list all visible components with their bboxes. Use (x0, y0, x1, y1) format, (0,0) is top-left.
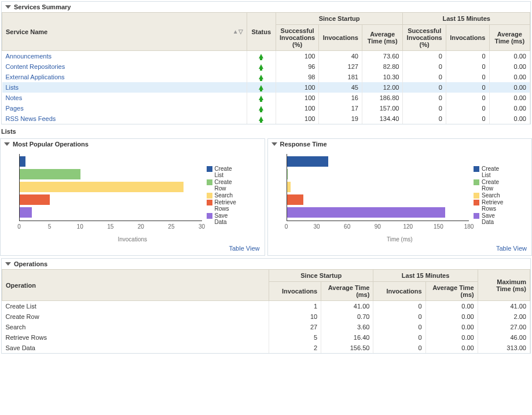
legend-swatch-icon (207, 213, 212, 219)
chart-bar (287, 169, 288, 179)
col-op-avg-2[interactable]: Average Time (ms) (425, 282, 478, 301)
table-row[interactable]: Lists1004512.00000.00 (2, 82, 530, 93)
services-summary-section: Services Summary Service Name ▲▽ Status … (1, 1, 531, 124)
axis-title: Time (ms) (268, 236, 532, 243)
col-avg-time-1[interactable]: Average Time (ms) (362, 25, 402, 51)
col-invocations-1[interactable]: Invocations (319, 25, 362, 51)
response-time-panel: Response Time 0306090120150180 CreateLis… (267, 138, 533, 256)
legend-item: SaveData (474, 212, 527, 225)
chart-bar (287, 182, 291, 192)
legend-label: SaveData (482, 212, 495, 225)
popular-ops-header: Most Popular Operations (1, 139, 265, 149)
axis-tick: 25 (168, 223, 174, 230)
legend-label: CreateRow (482, 179, 499, 192)
service-link[interactable]: Pages (6, 105, 24, 112)
legend: CreateListCreateRowSearchRetrieveRowsSav… (471, 154, 529, 235)
operations-table: Operation Since Startup Last 15 Minutes … (2, 269, 530, 353)
service-link[interactable]: Lists (6, 84, 19, 91)
legend-label: CreateRow (215, 179, 232, 192)
table-row[interactable]: Save Data2156.5000.00313.00 (2, 343, 530, 353)
axis-tick: 180 (464, 223, 474, 230)
axis-tick: 20 (138, 223, 144, 230)
op-name: Retrieve Rows (2, 332, 269, 343)
axis-tick: 60 (344, 223, 350, 230)
legend-item: CreateList (207, 166, 260, 178)
col-op-avg-1[interactable]: Average Time (ms) (321, 282, 373, 301)
legend-label: SaveData (215, 212, 228, 225)
lists-subtitle: Lists (0, 126, 532, 137)
status-up-icon (259, 116, 263, 121)
legend-swatch-icon (207, 200, 212, 205)
col-invocations-2[interactable]: Invocations (446, 25, 489, 51)
legend-swatch-icon (474, 200, 479, 205)
legend-swatch-icon (207, 193, 212, 199)
axis-tick: 30 (314, 223, 320, 230)
status-up-icon (259, 96, 263, 100)
services-summary-title: Services Summary (14, 3, 71, 10)
op-name: Search (2, 322, 269, 332)
service-link[interactable]: Notes (6, 94, 23, 101)
table-view-link[interactable]: Table View (496, 245, 527, 252)
col-last-15: Last 15 Minutes (373, 270, 478, 282)
table-row[interactable]: External Applications9818110.30000.00 (2, 72, 530, 82)
popular-ops-chart: 051015202530 (5, 154, 204, 235)
legend-swatch-icon (207, 179, 212, 185)
table-row[interactable]: Announcements1004073.60000.00 (2, 51, 530, 62)
op-name: Save Data (2, 343, 269, 353)
services-table: Service Name ▲▽ Status Since Startup Las… (2, 12, 530, 124)
col-avg-time-2[interactable]: Average Time (ms) (489, 25, 530, 51)
axis-tick: 90 (375, 223, 381, 230)
op-name: Create List (2, 301, 269, 312)
legend-label: RetrieveRows (215, 199, 236, 212)
legend-item: RetrieveRows (207, 199, 260, 212)
disclosure-icon[interactable] (5, 262, 11, 266)
axis-tick: 120 (403, 223, 413, 230)
col-max-time[interactable]: Maximum Time (ms) (478, 270, 530, 301)
popular-ops-title: Most Popular Operations (13, 141, 89, 148)
table-row[interactable]: Create Row100.7000.002.00 (2, 311, 530, 322)
table-row[interactable]: Content Repositories9612782.80000.00 (2, 61, 530, 72)
col-status[interactable]: Status (247, 13, 276, 51)
chart-bar (287, 194, 304, 205)
service-link[interactable]: External Applications (6, 74, 65, 80)
col-operation[interactable]: Operation (2, 270, 269, 301)
response-time-title: Response Time (280, 141, 327, 148)
table-row[interactable]: Pages10017157.00000.00 (2, 103, 530, 113)
service-link[interactable]: RSS News Feeds (6, 115, 56, 122)
legend-swatch-icon (474, 193, 479, 199)
axis-tick: 30 (199, 223, 205, 230)
col-succ-inv-2[interactable]: Successful Invocations (%) (403, 25, 446, 51)
service-link[interactable]: Announcements (6, 53, 52, 60)
chart-bar (20, 194, 50, 205)
col-op-inv-1[interactable]: Invocations (269, 282, 321, 301)
axis-tick: 0 (17, 223, 21, 230)
legend-swatch-icon (207, 166, 212, 172)
response-time-body: 0306090120150180 CreateListCreateRowSear… (268, 149, 532, 236)
legend-item: CreateRow (474, 179, 527, 192)
legend-swatch-icon (474, 213, 479, 219)
table-row[interactable]: Retrieve Rows516.4000.0046.00 (2, 332, 530, 343)
table-view-link[interactable]: Table View (229, 245, 260, 252)
service-link[interactable]: Content Repositories (6, 63, 65, 70)
col-service-name[interactable]: Service Name ▲▽ (2, 13, 247, 51)
axis-title: Invocations (1, 236, 265, 243)
table-row[interactable]: Create List141.0000.0041.00 (2, 301, 530, 312)
disclosure-icon[interactable] (4, 142, 10, 146)
col-op-inv-2[interactable]: Invocations (373, 282, 425, 301)
table-row[interactable]: RSS News Feeds10019134.40000.00 (2, 113, 530, 124)
charts-row: Most Popular Operations 051015202530 Cre… (0, 137, 532, 257)
status-up-icon (259, 64, 263, 69)
disclosure-icon[interactable] (271, 142, 277, 146)
table-row[interactable]: Search273.6000.0027.00 (2, 322, 530, 332)
col-since-startup: Since Startup (269, 270, 373, 282)
legend-item: RetrieveRows (474, 199, 527, 212)
sort-arrows-icon[interactable]: ▲▽ (233, 28, 243, 35)
disclosure-icon[interactable] (5, 5, 11, 9)
legend-label: Search (215, 192, 233, 199)
legend-item: CreateRow (207, 179, 260, 192)
chart-bar (20, 182, 184, 192)
table-row[interactable]: Notes10016186.80000.00 (2, 93, 530, 103)
status-up-icon (259, 85, 263, 90)
col-succ-inv-1[interactable]: Successful Invocations (%) (276, 25, 319, 51)
col-last-15: Last 15 Minutes (403, 13, 530, 25)
